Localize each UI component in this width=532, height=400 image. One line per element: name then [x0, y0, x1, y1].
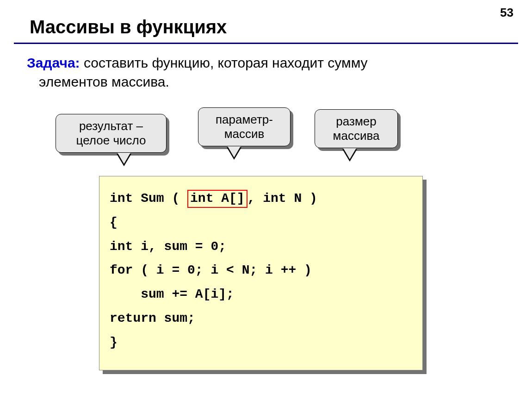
- code-l1c: , int N ): [247, 191, 317, 206]
- callout-result-line1: результат –: [62, 119, 160, 133]
- callout-size-tail: [343, 148, 356, 159]
- code-highlighted-param: int A[]: [187, 190, 247, 208]
- callout-size-line2: массива: [322, 129, 391, 143]
- slide-title: Массивы в функциях: [30, 17, 227, 38]
- callout-param: параметр- массив: [198, 107, 291, 146]
- code-l2: {: [110, 215, 118, 230]
- callout-param-line1: параметр-: [205, 112, 284, 127]
- callout-size-line1: размер: [322, 114, 391, 129]
- callout-result-tail: [118, 153, 130, 164]
- task-line1: составить функцию, которая находит сумму: [80, 55, 368, 70]
- task-line2: элементов массива.: [39, 74, 169, 89]
- callout-result-line2: целое число: [62, 133, 160, 148]
- callout-param-tail: [228, 146, 241, 157]
- code-l5: sum += A[i];: [110, 287, 234, 301]
- title-divider: [14, 43, 518, 44]
- task-text: Задача: составить функцию, которая наход…: [27, 54, 509, 91]
- code-block: int Sum ( int A[], int N ) { int i, sum …: [99, 176, 423, 370]
- code-l7: }: [110, 335, 118, 350]
- code-l3: int i, sum = 0;: [110, 239, 226, 254]
- task-label: Задача:: [27, 55, 80, 70]
- code-l4: for ( i = 0; i < N; i ++ ): [110, 263, 312, 277]
- callout-param-line2: массив: [205, 127, 284, 141]
- page-number: 53: [500, 6, 513, 20]
- callout-size: размер массива: [315, 109, 398, 148]
- code-l1a: int Sum (: [110, 191, 187, 206]
- code-l6: return sum;: [110, 311, 195, 325]
- callout-result: результат – целое число: [56, 114, 167, 153]
